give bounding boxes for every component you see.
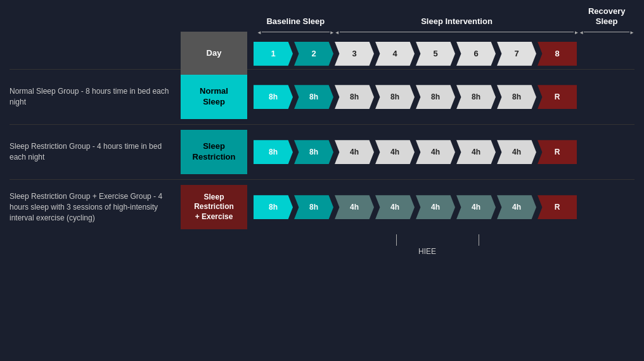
baseline-arrow-left bbox=[257, 28, 262, 35]
intervention-arrow-line bbox=[340, 32, 574, 32]
restriction-day3: 4h bbox=[335, 140, 374, 164]
restriction-day1: 8h bbox=[254, 140, 293, 164]
day-7-cell: 7 bbox=[497, 42, 536, 66]
re-day5: 4h bbox=[416, 195, 455, 219]
normal-sleep-row: Normal Sleep Group - 8 hours time in bed… bbox=[10, 70, 634, 125]
day-6-cell: 6 bbox=[456, 42, 496, 66]
normal-day2: 8h bbox=[294, 85, 333, 109]
normal-sleep-left-text: Normal Sleep Group - 8 hours time in bed… bbox=[10, 86, 181, 108]
re-day4: 4h bbox=[375, 195, 415, 219]
normal-day6: 8h bbox=[456, 85, 496, 109]
day-label-box: Day bbox=[181, 32, 247, 76]
restriction-day6: 4h bbox=[456, 140, 496, 164]
normal-day8: R bbox=[538, 85, 577, 109]
intervention-arrow bbox=[335, 28, 579, 35]
restriction-exercise-row: Sleep Restriction Group + Exercise Group… bbox=[10, 180, 634, 234]
main-container: Baseline Sleep Sleep Intervention Recove… bbox=[0, 0, 644, 361]
restriction-exercise-left-text: Sleep Restriction Group + Exercise Group… bbox=[10, 191, 181, 223]
day-4-cell: 4 bbox=[375, 42, 415, 66]
normal-day5: 8h bbox=[416, 85, 455, 109]
restriction-day5: 4h bbox=[416, 140, 455, 164]
normal-sleep-chevrons: 8h 8h 8h 8h 8h 8h 8h R bbox=[254, 85, 634, 109]
hiee-arrow-2-line bbox=[479, 234, 479, 246]
restriction-row: Sleep Restriction Group - 4 hours time i… bbox=[10, 125, 634, 180]
re-day2: 8h bbox=[294, 195, 333, 219]
recovery-arrow-right bbox=[629, 28, 634, 35]
normal-day3: 8h bbox=[335, 85, 374, 109]
day-header-row: Day 1 2 3 4 5 6 7 8 bbox=[10, 38, 634, 70]
restriction-label-box: SleepRestriction bbox=[181, 130, 247, 174]
intervention-arrow-right bbox=[574, 28, 579, 35]
recovery-phase-label: RecoverySleep bbox=[579, 6, 634, 26]
day-1-cell: 1 bbox=[254, 42, 293, 66]
restriction-day2: 8h bbox=[294, 140, 333, 164]
hiee-label: HIEE bbox=[418, 247, 436, 256]
intervention-phase-label: Sleep Intervention bbox=[335, 16, 579, 26]
re-day1: 8h bbox=[254, 195, 293, 219]
baseline-arrow-right bbox=[330, 28, 335, 35]
re-day8: R bbox=[538, 195, 577, 219]
baseline-arrow bbox=[257, 28, 335, 35]
restriction-chevrons: 8h 8h 4h 4h 4h 4h 4h R bbox=[254, 140, 634, 164]
hiee-arrow-1 bbox=[396, 234, 397, 246]
restriction-exercise-label-box: SleepRestriction+ Exercise bbox=[181, 185, 247, 229]
recovery-arrow bbox=[579, 28, 634, 35]
baseline-arrow-line bbox=[262, 32, 330, 32]
phase-headers: Baseline Sleep Sleep Intervention Recove… bbox=[257, 6, 634, 28]
recovery-arrow-line bbox=[584, 32, 629, 32]
day-chevrons: 1 2 3 4 5 6 7 8 bbox=[254, 42, 634, 66]
normal-day7: 8h bbox=[497, 85, 536, 109]
restriction-day7: 4h bbox=[497, 140, 536, 164]
normal-sleep-label-box: NormalSleep bbox=[181, 75, 247, 119]
day-2-cell: 2 bbox=[294, 42, 333, 66]
normal-day4: 8h bbox=[375, 85, 415, 109]
restriction-day4: 4h bbox=[375, 140, 415, 164]
restriction-exercise-chevrons: 8h 8h 4h 4h 4h 4h 4h R bbox=[254, 195, 634, 219]
phase-arrows bbox=[257, 28, 634, 35]
re-day7: 4h bbox=[497, 195, 536, 219]
hiee-annotation-area: HIEE bbox=[257, 234, 634, 256]
re-day3: 4h bbox=[335, 195, 374, 219]
re-day6: 4h bbox=[456, 195, 496, 219]
normal-day1: 8h bbox=[254, 85, 293, 109]
recovery-arrow-left bbox=[579, 28, 584, 35]
intervention-arrow-left bbox=[335, 28, 340, 35]
baseline-phase-label: Baseline Sleep bbox=[257, 16, 335, 26]
day-5-cell: 5 bbox=[416, 42, 455, 66]
restriction-left-text: Sleep Restriction Group - 4 hours time i… bbox=[10, 141, 181, 163]
day-8-cell: 8 bbox=[538, 42, 577, 66]
hiee-arrow-1-line bbox=[396, 234, 397, 246]
day-3-cell: 3 bbox=[335, 42, 374, 66]
restriction-day8: R bbox=[538, 140, 577, 164]
hiee-arrow-2 bbox=[479, 234, 479, 246]
